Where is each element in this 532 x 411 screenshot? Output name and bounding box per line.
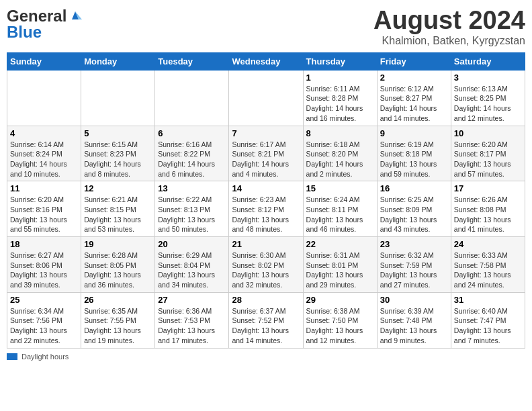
- day-info: Sunrise: 6:15 AM Sunset: 8:23 PM Dayligh…: [84, 140, 152, 179]
- day-number: 4: [10, 128, 78, 138]
- logo: General Blue: [7, 7, 83, 42]
- day-info: Sunrise: 6:23 AM Sunset: 8:12 PM Dayligh…: [232, 195, 300, 234]
- calendar-cell: 8Sunrise: 6:18 AM Sunset: 8:20 PM Daylig…: [303, 126, 377, 181]
- calendar-cell: [155, 70, 229, 126]
- day-number: 22: [306, 239, 374, 249]
- logo-icon: [68, 7, 83, 22]
- calendar-cell: [7, 70, 81, 126]
- calendar-week-row: 4Sunrise: 6:14 AM Sunset: 8:24 PM Daylig…: [7, 126, 525, 181]
- day-number: 26: [84, 295, 152, 305]
- day-number: 25: [10, 295, 78, 305]
- calendar-header-friday: Friday: [377, 52, 451, 70]
- day-info: Sunrise: 6:22 AM Sunset: 8:13 PM Dayligh…: [158, 195, 226, 234]
- day-info: Sunrise: 6:30 AM Sunset: 8:02 PM Dayligh…: [232, 250, 300, 290]
- calendar-cell: [229, 70, 303, 126]
- calendar-week-row: 11Sunrise: 6:20 AM Sunset: 8:16 PM Dayli…: [7, 181, 525, 237]
- calendar-cell: 29Sunrise: 6:38 AM Sunset: 7:50 PM Dayli…: [303, 292, 377, 348]
- calendar-header-monday: Monday: [81, 52, 155, 70]
- day-info: Sunrise: 6:29 AM Sunset: 8:04 PM Dayligh…: [158, 250, 226, 290]
- calendar-cell: 12Sunrise: 6:21 AM Sunset: 8:15 PM Dayli…: [81, 181, 155, 237]
- day-info: Sunrise: 6:20 AM Sunset: 8:17 PM Dayligh…: [454, 140, 522, 179]
- month-title: August 2024: [373, 7, 525, 35]
- day-info: Sunrise: 6:20 AM Sunset: 8:16 PM Dayligh…: [10, 195, 78, 234]
- day-info: Sunrise: 6:13 AM Sunset: 8:25 PM Dayligh…: [454, 84, 522, 124]
- calendar-cell: 20Sunrise: 6:29 AM Sunset: 8:04 PM Dayli…: [155, 237, 229, 293]
- day-number: 11: [10, 183, 78, 193]
- day-info: Sunrise: 6:27 AM Sunset: 8:06 PM Dayligh…: [10, 250, 78, 290]
- day-number: 30: [380, 295, 448, 305]
- day-info: Sunrise: 6:36 AM Sunset: 7:53 PM Dayligh…: [158, 306, 226, 346]
- day-info: Sunrise: 6:32 AM Sunset: 7:59 PM Dayligh…: [380, 250, 448, 290]
- calendar-header-saturday: Saturday: [451, 52, 525, 70]
- day-number: 23: [380, 239, 448, 249]
- day-number: 21: [232, 239, 300, 249]
- daylight-legend-box: [7, 353, 17, 360]
- day-info: Sunrise: 6:35 AM Sunset: 7:55 PM Dayligh…: [84, 306, 152, 346]
- day-number: 2: [380, 73, 448, 83]
- day-number: 18: [10, 239, 78, 249]
- calendar-cell: 5Sunrise: 6:15 AM Sunset: 8:23 PM Daylig…: [81, 126, 155, 181]
- calendar-cell: [81, 70, 155, 126]
- page-header: General Blue August 2024 Khalmion, Batke…: [7, 7, 525, 47]
- calendar-cell: 3Sunrise: 6:13 AM Sunset: 8:25 PM Daylig…: [451, 70, 525, 126]
- day-info: Sunrise: 6:19 AM Sunset: 8:18 PM Dayligh…: [380, 140, 448, 179]
- day-number: 17: [454, 183, 522, 193]
- day-info: Sunrise: 6:39 AM Sunset: 7:48 PM Dayligh…: [380, 306, 448, 346]
- day-number: 1: [306, 73, 374, 83]
- calendar-week-row: 25Sunrise: 6:34 AM Sunset: 7:56 PM Dayli…: [7, 292, 525, 348]
- calendar-cell: 1Sunrise: 6:11 AM Sunset: 8:28 PM Daylig…: [303, 70, 377, 126]
- day-info: Sunrise: 6:11 AM Sunset: 8:28 PM Dayligh…: [306, 84, 374, 124]
- day-info: Sunrise: 6:33 AM Sunset: 7:58 PM Dayligh…: [454, 250, 522, 290]
- calendar-header-wednesday: Wednesday: [229, 52, 303, 70]
- calendar-cell: 2Sunrise: 6:12 AM Sunset: 8:27 PM Daylig…: [377, 70, 451, 126]
- calendar-cell: 9Sunrise: 6:19 AM Sunset: 8:18 PM Daylig…: [377, 126, 451, 181]
- calendar-cell: 13Sunrise: 6:22 AM Sunset: 8:13 PM Dayli…: [155, 181, 229, 237]
- calendar-cell: 28Sunrise: 6:37 AM Sunset: 7:52 PM Dayli…: [229, 292, 303, 348]
- calendar-cell: 27Sunrise: 6:36 AM Sunset: 7:53 PM Dayli…: [155, 292, 229, 348]
- calendar-cell: 23Sunrise: 6:32 AM Sunset: 7:59 PM Dayli…: [377, 237, 451, 293]
- day-number: 31: [454, 295, 522, 305]
- day-number: 10: [454, 128, 522, 138]
- calendar-cell: 11Sunrise: 6:20 AM Sunset: 8:16 PM Dayli…: [7, 181, 81, 237]
- day-number: 9: [380, 128, 448, 138]
- day-info: Sunrise: 6:18 AM Sunset: 8:20 PM Dayligh…: [306, 140, 374, 179]
- calendar-cell: 17Sunrise: 6:26 AM Sunset: 8:08 PM Dayli…: [451, 181, 525, 237]
- day-info: Sunrise: 6:24 AM Sunset: 8:11 PM Dayligh…: [306, 195, 374, 234]
- location-text: Khalmion, Batken, Kyrgyzstan: [373, 35, 525, 47]
- calendar-week-row: 18Sunrise: 6:27 AM Sunset: 8:06 PM Dayli…: [7, 237, 525, 293]
- calendar-cell: 15Sunrise: 6:24 AM Sunset: 8:11 PM Dayli…: [303, 181, 377, 237]
- day-number: 3: [454, 73, 522, 83]
- day-number: 8: [306, 128, 374, 138]
- calendar-footer: Daylight hours: [7, 353, 525, 361]
- calendar-week-row: 1Sunrise: 6:11 AM Sunset: 8:28 PM Daylig…: [7, 70, 525, 126]
- calendar-header-sunday: Sunday: [7, 52, 81, 70]
- day-info: Sunrise: 6:25 AM Sunset: 8:09 PM Dayligh…: [380, 195, 448, 234]
- calendar-cell: 10Sunrise: 6:20 AM Sunset: 8:17 PM Dayli…: [451, 126, 525, 181]
- day-info: Sunrise: 6:34 AM Sunset: 7:56 PM Dayligh…: [10, 306, 78, 346]
- day-number: 20: [158, 239, 226, 249]
- day-info: Sunrise: 6:37 AM Sunset: 7:52 PM Dayligh…: [232, 306, 300, 346]
- calendar-header-row: SundayMondayTuesdayWednesdayThursdayFrid…: [7, 52, 525, 70]
- day-info: Sunrise: 6:26 AM Sunset: 8:08 PM Dayligh…: [454, 195, 522, 234]
- calendar-cell: 26Sunrise: 6:35 AM Sunset: 7:55 PM Dayli…: [81, 292, 155, 348]
- calendar-cell: 14Sunrise: 6:23 AM Sunset: 8:12 PM Dayli…: [229, 181, 303, 237]
- day-number: 5: [84, 128, 152, 138]
- day-info: Sunrise: 6:38 AM Sunset: 7:50 PM Dayligh…: [306, 306, 374, 346]
- calendar-table: SundayMondayTuesdayWednesdayThursdayFrid…: [7, 52, 525, 349]
- day-info: Sunrise: 6:31 AM Sunset: 8:01 PM Dayligh…: [306, 250, 374, 290]
- calendar-cell: 30Sunrise: 6:39 AM Sunset: 7:48 PM Dayli…: [377, 292, 451, 348]
- day-info: Sunrise: 6:12 AM Sunset: 8:27 PM Dayligh…: [380, 84, 448, 124]
- day-info: Sunrise: 6:17 AM Sunset: 8:21 PM Dayligh…: [232, 140, 300, 179]
- day-info: Sunrise: 6:21 AM Sunset: 8:15 PM Dayligh…: [84, 195, 152, 234]
- calendar-cell: 22Sunrise: 6:31 AM Sunset: 8:01 PM Dayli…: [303, 237, 377, 293]
- day-number: 13: [158, 183, 226, 193]
- day-number: 19: [84, 239, 152, 249]
- day-number: 6: [158, 128, 226, 138]
- calendar-cell: 6Sunrise: 6:16 AM Sunset: 8:22 PM Daylig…: [155, 126, 229, 181]
- calendar-cell: 24Sunrise: 6:33 AM Sunset: 7:58 PM Dayli…: [451, 237, 525, 293]
- calendar-header-tuesday: Tuesday: [155, 52, 229, 70]
- day-number: 24: [454, 239, 522, 249]
- day-number: 28: [232, 295, 300, 305]
- day-number: 29: [306, 295, 374, 305]
- day-number: 14: [232, 183, 300, 193]
